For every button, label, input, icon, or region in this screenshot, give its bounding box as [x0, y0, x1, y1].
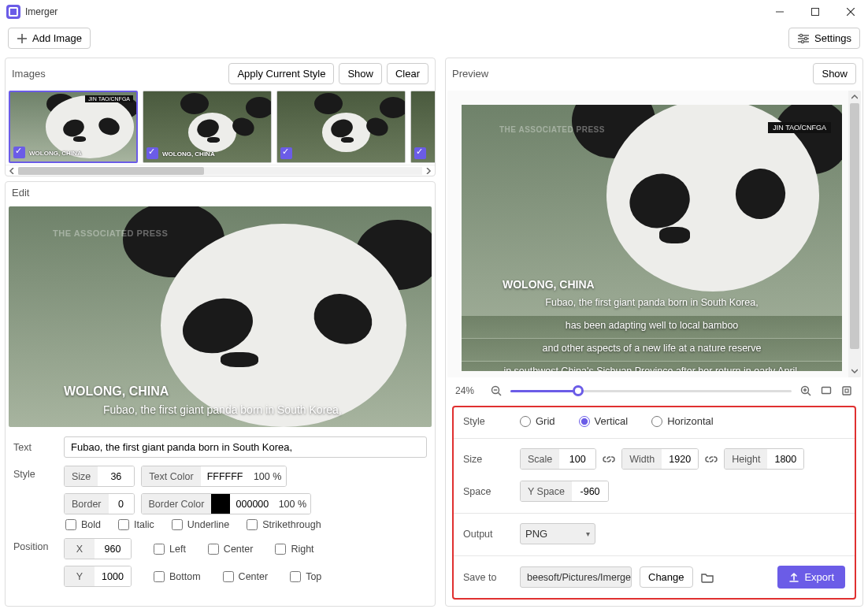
- zoom-value: 24%: [455, 385, 482, 396]
- horizontal-radio[interactable]: Horizontal: [651, 415, 714, 427]
- x-input[interactable]: [95, 539, 131, 559]
- link-icon[interactable]: [705, 453, 718, 466]
- zoom-bar: 24%: [446, 379, 862, 403]
- zoom-out-icon[interactable]: [490, 384, 503, 397]
- svg-point-9: [804, 37, 807, 39]
- link-icon[interactable]: [603, 453, 615, 466]
- italic-checkbox[interactable]: Italic: [118, 519, 154, 530]
- border-color-swatch[interactable]: [211, 494, 230, 514]
- folder-icon[interactable]: [701, 572, 714, 583]
- size-input[interactable]: [98, 466, 134, 486]
- close-button[interactable]: [833, 0, 868, 24]
- hcenter-checkbox[interactable]: Center: [208, 544, 254, 555]
- top-checkbox[interactable]: Top: [290, 571, 321, 582]
- watermark-text: THE ASSOCIATED PRESS: [499, 125, 605, 134]
- show-button[interactable]: Show: [339, 63, 382, 84]
- width-input[interactable]: [662, 449, 698, 469]
- plus-icon: [17, 33, 28, 44]
- svg-line-13: [499, 393, 502, 396]
- clear-button[interactable]: Clear: [387, 63, 428, 84]
- check-icon: [147, 147, 158, 159]
- preview-line: and other aspects of a new life at a nat…: [462, 343, 842, 354]
- save-to-label: Save to: [463, 572, 520, 583]
- zoom-slider[interactable]: [510, 384, 792, 398]
- svg-line-16: [808, 393, 811, 396]
- thumbnail[interactable]: JIN TAO/CNFGA WOLONG, CHINA: [9, 91, 138, 163]
- app-icon: [6, 5, 20, 19]
- preview-canvas[interactable]: THE ASSOCIATED PRESS JIN TAO/CNFGA WOLON…: [462, 105, 842, 371]
- style-label: Style: [13, 466, 64, 480]
- actual-size-icon[interactable]: [840, 384, 853, 397]
- credit-tag: JIN TAO/CNFGA: [768, 122, 831, 133]
- y-input[interactable]: [95, 566, 131, 586]
- location-title: WOLONG, CHINA: [64, 384, 169, 399]
- thumbnail-strip: JIN TAO/CNFGA WOLONG, CHINA WOLONG, CHIN…: [6, 89, 435, 165]
- export-button[interactable]: Export: [777, 566, 845, 589]
- strikethrough-checkbox[interactable]: Strikethrough: [247, 519, 321, 530]
- right-checkbox[interactable]: Right: [275, 544, 313, 555]
- apply-style-button[interactable]: Apply Current Style: [228, 63, 334, 84]
- window-controls: [762, 0, 868, 24]
- space-label: Space: [463, 486, 520, 497]
- layout-style-label: Style: [463, 416, 520, 427]
- subtitle-text: Fubao, the first giant panda born in Sou…: [103, 403, 342, 416]
- edit-canvas[interactable]: THE ASSOCIATED PRESS JIN TAO/CNFGA WOLON…: [9, 206, 432, 427]
- add-image-label: Add Image: [32, 32, 82, 44]
- thumbnail[interactable]: [276, 91, 406, 163]
- zoom-in-icon[interactable]: [799, 384, 812, 397]
- vertical-radio[interactable]: Vertical: [579, 415, 629, 427]
- thumbnail[interactable]: WOLONG, CHINA: [143, 91, 272, 163]
- preview-scrollbar[interactable]: [848, 91, 861, 377]
- scrollbar-thumb[interactable]: [18, 167, 204, 175]
- output-size-label: Size: [463, 454, 520, 465]
- thumb-scrollbar[interactable]: [6, 165, 435, 176]
- scroll-up-icon[interactable]: [848, 91, 861, 103]
- preview-panel: Preview Show THE ASSOCIATED PRESS JIN TA…: [445, 58, 863, 607]
- preview-line: has been adapting well to local bamboo: [462, 320, 842, 331]
- output-format-select[interactable]: PNG ▾: [520, 523, 595, 544]
- scroll-right-icon[interactable]: [424, 166, 433, 176]
- bottom-checkbox[interactable]: Bottom: [154, 571, 201, 582]
- text-label: Text: [13, 442, 64, 453]
- maximize-button[interactable]: [797, 0, 833, 24]
- border-input[interactable]: [109, 494, 134, 514]
- scale-input[interactable]: [559, 449, 595, 469]
- yspace-input[interactable]: [572, 481, 608, 501]
- svg-point-11: [801, 40, 803, 43]
- check-icon: [414, 147, 426, 159]
- fit-screen-icon[interactable]: [820, 384, 833, 397]
- preview-show-button[interactable]: Show: [813, 63, 856, 84]
- vcenter-checkbox[interactable]: Center: [223, 571, 269, 582]
- scrollbar-thumb[interactable]: [850, 103, 859, 349]
- svg-rect-19: [822, 388, 831, 394]
- export-icon: [788, 572, 799, 583]
- border-color-input[interactable]: [230, 494, 274, 514]
- location-title: WOLONG, CHINA: [503, 278, 595, 291]
- thumbnail[interactable]: [410, 91, 435, 163]
- images-title: Images: [12, 68, 46, 80]
- app-title: Imerger: [25, 6, 57, 17]
- images-panel: Images Apply Current Style Show Clear JI…: [5, 58, 436, 176]
- text-color-input[interactable]: [201, 466, 250, 486]
- minimize-button[interactable]: [762, 0, 797, 24]
- add-image-button[interactable]: Add Image: [8, 28, 91, 49]
- text-input[interactable]: [64, 436, 427, 458]
- change-path-button[interactable]: Change: [640, 566, 693, 588]
- main-toolbar: Add Image Settings: [0, 24, 868, 55]
- underline-checkbox[interactable]: Underline: [172, 519, 230, 530]
- height-input[interactable]: [767, 449, 803, 469]
- left-checkbox[interactable]: Left: [154, 544, 186, 555]
- save-path: beesoft/Pictures/Imerger: [520, 566, 632, 588]
- svg-rect-1: [811, 9, 818, 16]
- bold-checkbox[interactable]: Bold: [65, 519, 101, 530]
- check-icon: [13, 147, 25, 158]
- preview-title: Preview: [452, 68, 488, 80]
- scroll-left-icon[interactable]: [7, 166, 17, 176]
- grid-radio[interactable]: Grid: [520, 415, 555, 427]
- svg-rect-21: [845, 389, 848, 392]
- preview-line: in southwest China's Sichuan Province af…: [462, 366, 842, 371]
- preview-line: Fubao, the first giant panda born in Sou…: [462, 297, 842, 308]
- settings-button[interactable]: Settings: [788, 28, 860, 49]
- scroll-down-icon[interactable]: [848, 365, 861, 377]
- svg-point-7: [799, 34, 802, 36]
